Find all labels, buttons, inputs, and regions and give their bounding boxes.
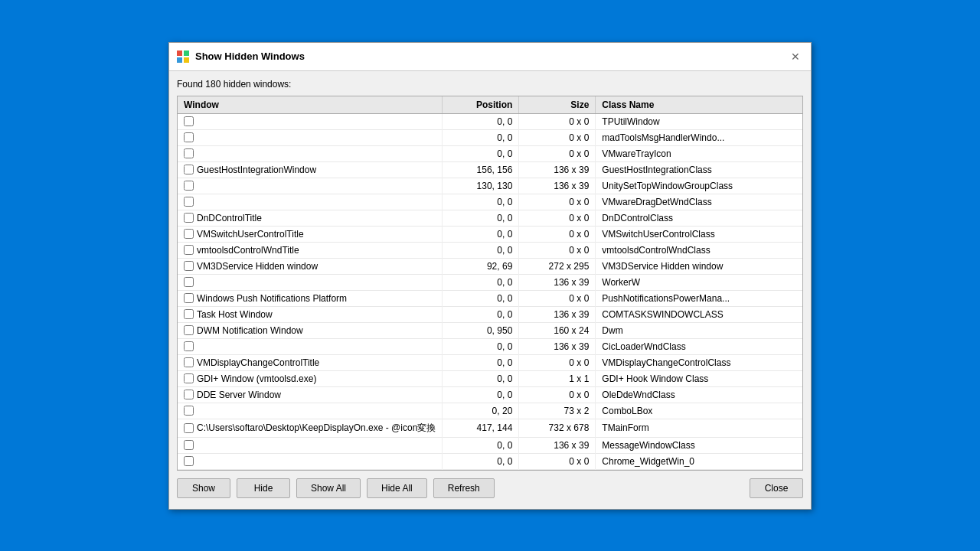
hide-button[interactable]: Hide [237, 478, 290, 498]
table-row: 0, 2073 x 2ComboLBox [178, 403, 802, 419]
window-cell-label[interactable]: VM3DService Hidden window [184, 261, 436, 272]
table-row: 0, 00 x 0madToolsMsgHandlerWindo... [178, 129, 802, 145]
window-table-container[interactable]: Window Position Size Class Name 0, 00 x … [177, 96, 803, 471]
class-cell: MessageWindowClass [596, 437, 802, 453]
row-checkbox[interactable] [184, 406, 194, 416]
row-checkbox[interactable] [184, 325, 194, 335]
row-checkbox[interactable] [184, 423, 194, 433]
window-cell-label[interactable] [184, 277, 436, 287]
class-cell: madToolsMsgHandlerWindo... [596, 129, 802, 145]
window-cell-label[interactable]: VMDisplayChangeControlTitle [184, 357, 436, 368]
position-cell: 0, 0 [443, 338, 519, 354]
class-cell: vmtoolsdControlWndClass [596, 242, 802, 258]
window-table: Window Position Size Class Name 0, 00 x … [178, 96, 802, 470]
window-cell-label[interactable]: Windows Push Notifications Platform [184, 293, 436, 304]
hide-all-button[interactable]: Hide All [367, 478, 427, 498]
close-button[interactable]: Close [750, 478, 803, 498]
size-cell: 0 x 0 [519, 386, 596, 403]
refresh-button[interactable]: Refresh [433, 478, 495, 498]
row-checkbox[interactable] [184, 390, 194, 399]
row-checkbox[interactable] [184, 197, 194, 207]
window-cell-label[interactable] [184, 132, 436, 142]
row-checkbox[interactable] [184, 181, 194, 191]
window-cell-label[interactable]: GDI+ Window (vmtoolsd.exe) [184, 373, 436, 384]
window-cell-label[interactable] [184, 406, 436, 416]
size-cell: 1 x 1 [519, 370, 596, 386]
table-row: GuestHostIntegrationWindow156, 156136 x … [178, 161, 802, 178]
size-cell: 0 x 0 [519, 226, 596, 242]
window-name: VMDisplayChangeControlTitle [197, 357, 319, 368]
table-row: DnDControlTitle0, 00 x 0DnDControlClass [178, 210, 802, 226]
table-row: GDI+ Window (vmtoolsd.exe)0, 01 x 1GDI+ … [178, 370, 802, 386]
row-checkbox[interactable] [184, 132, 194, 142]
size-cell: 73 x 2 [519, 403, 596, 419]
row-checkbox[interactable] [184, 456, 194, 466]
position-cell: 0, 0 [443, 210, 519, 226]
dialog-window: Show Hidden Windows ✕ Found 180 hidden w… [168, 42, 812, 510]
window-cell-label[interactable]: C:\Users\softaro\Desktop\KeepDisplayOn.e… [184, 422, 436, 435]
row-checkbox[interactable] [184, 341, 194, 351]
svg-rect-0 [177, 51, 182, 56]
window-name: Task Host Window [197, 309, 273, 320]
class-cell: VMDisplayChangeControlClass [596, 354, 802, 370]
svg-rect-3 [184, 57, 189, 63]
class-cell: COMTASKSWINDOWCLASS [596, 306, 802, 322]
row-checkbox[interactable] [184, 148, 194, 158]
row-checkbox[interactable] [184, 277, 194, 287]
table-body: 0, 00 x 0TPUtilWindow0, 00 x 0madToolsMs… [178, 113, 802, 469]
row-checkbox[interactable] [184, 116, 194, 126]
table-row: Windows Push Notifications Platform0, 00… [178, 290, 802, 306]
position-cell: 92, 69 [443, 258, 519, 274]
table-row: 0, 00 x 0TPUtilWindow [178, 113, 802, 129]
window-cell-label[interactable]: DWM Notification Window [184, 325, 436, 336]
window-name: VM3DService Hidden window [197, 261, 318, 272]
window-cell-label[interactable]: GuestHostIntegrationWindow [184, 165, 436, 175]
row-checkbox[interactable] [184, 245, 194, 255]
window-cell-label[interactable]: VMSwitchUserControlTitle [184, 229, 436, 240]
row-checkbox[interactable] [184, 357, 194, 367]
size-cell: 136 x 39 [519, 437, 596, 453]
table-row: C:\Users\softaro\Desktop\KeepDisplayOn.e… [178, 419, 802, 437]
row-checkbox[interactable] [184, 293, 194, 303]
position-cell: 0, 0 [443, 290, 519, 306]
table-header-row: Window Position Size Class Name [178, 96, 802, 114]
table-row: 0, 0136 x 39CicLoaderWndClass [178, 338, 802, 354]
window-cell-label[interactable] [184, 148, 436, 158]
row-checkbox[interactable] [184, 373, 194, 383]
table-row: 0, 0136 x 39MessageWindowClass [178, 437, 802, 453]
size-cell: 0 x 0 [519, 129, 596, 145]
window-name: Windows Push Notifications Platform [197, 293, 347, 304]
title-close-button[interactable]: ✕ [786, 47, 805, 66]
window-cell-label[interactable]: vmtoolsdControlWndTitle [184, 245, 436, 256]
size-cell: 0 x 0 [519, 354, 596, 370]
row-checkbox[interactable] [184, 261, 194, 271]
row-checkbox[interactable] [184, 213, 194, 223]
table-row: VMDisplayChangeControlTitle0, 00 x 0VMDi… [178, 354, 802, 370]
row-checkbox[interactable] [184, 229, 194, 239]
position-cell: 156, 156 [443, 161, 519, 178]
found-label: Found 180 hidden windows: [177, 79, 803, 90]
window-cell-label[interactable] [184, 456, 436, 466]
window-cell-label[interactable] [184, 116, 436, 126]
class-cell: VMwareTrayIcon [596, 145, 802, 161]
window-cell-label[interactable] [184, 440, 436, 450]
window-cell-label[interactable] [184, 341, 436, 351]
show-button[interactable]: Show [177, 478, 230, 498]
window-cell-label[interactable] [184, 181, 436, 191]
window-cell-label[interactable]: DDE Server Window [184, 390, 436, 400]
row-checkbox[interactable] [184, 165, 194, 174]
table-row: DDE Server Window0, 00 x 0OleDdeWndClass [178, 386, 802, 403]
show-all-button[interactable]: Show All [296, 478, 361, 498]
row-checkbox[interactable] [184, 309, 194, 319]
size-cell: 0 x 0 [519, 242, 596, 258]
window-cell-label[interactable]: DnDControlTitle [184, 213, 436, 223]
col-header-position: Position [443, 96, 519, 114]
window-cell-label[interactable]: Task Host Window [184, 309, 436, 320]
class-cell: TPUtilWindow [596, 113, 802, 129]
window-name: DDE Server Window [197, 390, 281, 400]
position-cell: 0, 0 [443, 453, 519, 469]
table-row: vmtoolsdControlWndTitle0, 00 x 0vmtoolsd… [178, 242, 802, 258]
row-checkbox[interactable] [184, 440, 194, 450]
class-cell: UnitySetTopWindowGroupClass [596, 178, 802, 194]
window-cell-label[interactable] [184, 197, 436, 207]
